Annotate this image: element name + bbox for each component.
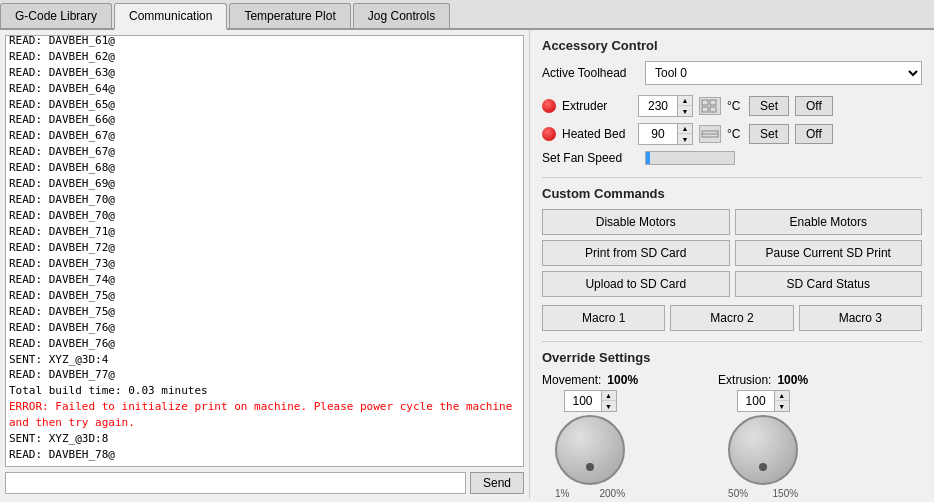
movement-spin-down[interactable]: ▼ — [602, 401, 616, 411]
fan-speed-row: Set Fan Speed — [542, 151, 922, 165]
toolhead-select[interactable]: Tool 0 — [645, 61, 922, 85]
movement-scale-high: 200% — [599, 488, 625, 499]
custom-command-button[interactable]: Upload to SD Card — [542, 271, 730, 297]
tab-gcode-library[interactable]: G-Code Library — [0, 3, 112, 28]
heated-bed-spin-up[interactable]: ▲ — [678, 124, 692, 134]
divider-2 — [542, 341, 922, 342]
log-line: READ: DAVBEH_76@ — [9, 336, 520, 352]
tab-jog-controls[interactable]: Jog Controls — [353, 3, 450, 28]
extrusion-scale-low: 50% — [728, 488, 748, 499]
extrusion-override: Extrusion: 100% ▲ ▼ — [718, 373, 808, 499]
extrusion-knob[interactable] — [728, 415, 798, 485]
extruder-off-button[interactable]: Off — [795, 96, 833, 116]
custom-commands-grid: Disable MotorsEnable MotorsPrint from SD… — [542, 209, 922, 297]
fan-speed-label: Set Fan Speed — [542, 151, 637, 165]
extrusion-value-input[interactable] — [738, 392, 774, 410]
extruder-grid-icon — [699, 97, 721, 115]
heated-bed-value-input[interactable] — [639, 125, 677, 143]
tab-temperature-plot[interactable]: Temperature Plot — [229, 3, 350, 28]
send-button[interactable]: Send — [470, 472, 524, 494]
movement-header: Movement: 100% — [542, 373, 638, 387]
tab-bar: G-Code Library Communication Temperature… — [0, 0, 934, 30]
heated-bed-set-button[interactable]: Set — [749, 124, 789, 144]
accessory-control-title: Accessory Control — [542, 38, 922, 53]
extrusion-spin-down[interactable]: ▼ — [775, 401, 789, 411]
right-panel: Accessory Control Active Toolhead Tool 0… — [530, 30, 934, 499]
override-row: Movement: 100% ▲ ▼ — [542, 373, 922, 499]
log-line: READ: DAVBEH_71@ — [9, 224, 520, 240]
macro-button[interactable]: Macro 1 — [542, 305, 665, 331]
extrusion-knob-container — [728, 415, 798, 485]
log-line: READ: DAVBEH_70@ — [9, 192, 520, 208]
heated-bed-row: Heated Bed ▲ ▼ °C Set Off — [542, 123, 922, 145]
movement-knob-dot — [586, 463, 594, 471]
extrusion-label: Extrusion: — [718, 373, 771, 387]
heated-bed-label: Heated Bed — [562, 127, 632, 141]
movement-input-group: ▲ ▼ — [564, 390, 617, 412]
svg-rect-2 — [702, 107, 708, 112]
log-line: READ: DAVBEH_61@ — [9, 35, 520, 49]
log-line: READ: DAVBEH_68@ — [9, 160, 520, 176]
log-line: READ: DAVBEH_65@ — [9, 97, 520, 113]
left-panel: READ: DAVBEH_57@READ: DAVBEH_58@READ: DA… — [0, 30, 530, 499]
extrusion-scale: 50% 150% — [728, 488, 798, 499]
log-line: READ: DAVBEH_78@ — [9, 447, 520, 463]
log-line: READ: DAVBEH_72@ — [9, 240, 520, 256]
svg-rect-3 — [710, 107, 716, 112]
log-line: READ: DAVBEH_73@ — [9, 256, 520, 272]
log-line: READ: DAVBEH_70@ — [9, 208, 520, 224]
log-line: READ: DAVBEH_74@ — [9, 272, 520, 288]
fan-speed-fill — [646, 152, 650, 164]
movement-spin-up[interactable]: ▲ — [602, 391, 616, 401]
log-line: ERROR: Failed to initialize print on mac… — [9, 399, 520, 431]
custom-command-button[interactable]: Enable Motors — [735, 209, 923, 235]
override-title: Override Settings — [542, 350, 922, 365]
log-line: READ: DAVBEH_63@ — [9, 65, 520, 81]
extruder-set-button[interactable]: Set — [749, 96, 789, 116]
log-line: READ: DAVBEH_64@ — [9, 81, 520, 97]
extrusion-scale-high: 150% — [773, 488, 799, 499]
extrusion-pct: 100% — [777, 373, 808, 387]
extruder-spin-up[interactable]: ▲ — [678, 96, 692, 106]
custom-command-button[interactable]: Print from SD Card — [542, 240, 730, 266]
heated-bed-off-button[interactable]: Off — [795, 124, 833, 144]
log-line: READ: DAVBEH_67@ — [9, 144, 520, 160]
log-line: READ: DAVBEH_75@ — [9, 304, 520, 320]
heated-bed-unit: °C — [727, 127, 743, 141]
comm-input[interactable] — [5, 472, 466, 494]
svg-rect-0 — [702, 100, 708, 105]
macro-button[interactable]: Macro 2 — [670, 305, 793, 331]
extruder-value-input[interactable] — [639, 97, 677, 115]
custom-command-button[interactable]: Pause Current SD Print — [735, 240, 923, 266]
heated-bed-spinners: ▲ ▼ — [677, 124, 692, 144]
log-line: READ: DAVBEH_67@ — [9, 128, 520, 144]
extrusion-input-group: ▲ ▼ — [737, 390, 790, 412]
movement-knob-container — [555, 415, 625, 485]
log-line: READ: DAVBEH_75@ — [9, 288, 520, 304]
toolhead-label: Active Toolhead — [542, 66, 637, 80]
movement-scale-low: 1% — [555, 488, 569, 499]
log-line: READ: DAVBEH_77@ — [9, 367, 520, 383]
movement-knob[interactable] — [555, 415, 625, 485]
movement-override: Movement: 100% ▲ ▼ — [542, 373, 638, 499]
movement-label: Movement: — [542, 373, 601, 387]
fan-speed-bar[interactable] — [645, 151, 735, 165]
macro-button[interactable]: Macro 3 — [799, 305, 922, 331]
log-line: READ: DAVBEH_76@ — [9, 320, 520, 336]
extruder-unit: °C — [727, 99, 743, 113]
heated-bed-spin-down[interactable]: ▼ — [678, 134, 692, 144]
custom-command-button[interactable]: Disable Motors — [542, 209, 730, 235]
extruder-spinners: ▲ ▼ — [677, 96, 692, 116]
tab-communication[interactable]: Communication — [114, 3, 227, 30]
macro-row: Macro 1Macro 2Macro 3 — [542, 305, 922, 331]
extruder-spin-down[interactable]: ▼ — [678, 106, 692, 116]
comm-log[interactable]: READ: DAVBEH_57@READ: DAVBEH_58@READ: DA… — [5, 35, 524, 467]
extrusion-knob-dot — [759, 463, 767, 471]
divider-1 — [542, 177, 922, 178]
movement-value-input[interactable] — [565, 392, 601, 410]
extrusion-spin-up[interactable]: ▲ — [775, 391, 789, 401]
movement-pct: 100% — [607, 373, 638, 387]
log-line: READ: DAVBEH_66@ — [9, 112, 520, 128]
custom-commands-title: Custom Commands — [542, 186, 922, 201]
custom-command-button[interactable]: SD Card Status — [735, 271, 923, 297]
